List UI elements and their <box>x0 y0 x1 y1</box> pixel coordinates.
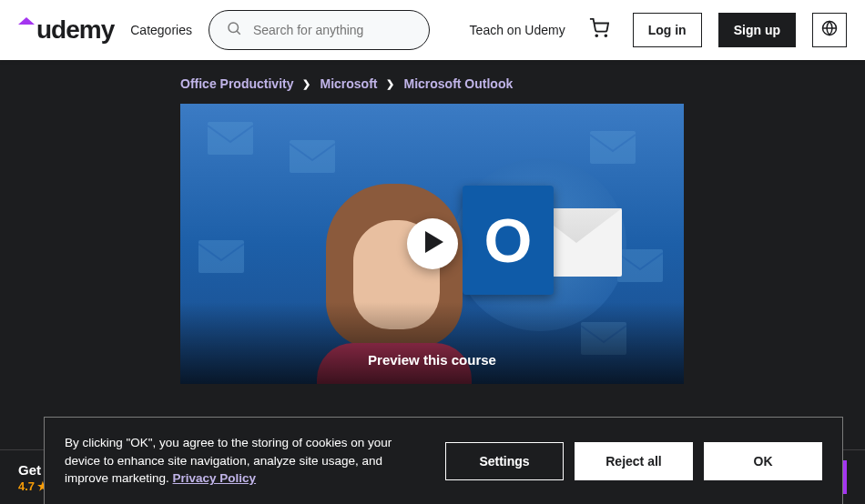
preview-label: Preview this course <box>180 352 684 368</box>
search-input[interactable] <box>253 23 412 37</box>
breadcrumb-item[interactable]: Microsoft Outlook <box>403 76 513 91</box>
svg-line-1 <box>237 31 240 35</box>
cookie-settings-button[interactable]: Settings <box>445 442 564 480</box>
breadcrumb: Office Productivity ❯ Microsoft ❯ Micros… <box>0 60 865 104</box>
logo-text: udemy <box>36 15 114 45</box>
signup-button[interactable]: Sign up <box>718 13 796 47</box>
cookie-consent-banner: By clicking "OK", you agree to the stori… <box>44 417 843 504</box>
svg-point-0 <box>229 23 239 33</box>
categories-link[interactable]: Categories <box>130 23 192 37</box>
language-button[interactable] <box>812 13 847 47</box>
course-preview-video[interactable]: O Preview this course <box>180 104 684 384</box>
chevron-right-icon: ❯ <box>302 78 310 90</box>
video-gradient-overlay <box>180 302 684 384</box>
cart-button[interactable] <box>582 13 616 47</box>
search-bar[interactable] <box>209 10 430 50</box>
svg-rect-9 <box>198 240 244 273</box>
svg-point-2 <box>595 35 597 36</box>
play-button[interactable] <box>407 218 458 269</box>
svg-rect-6 <box>208 122 253 155</box>
cookie-ok-button[interactable]: OK <box>704 442 822 480</box>
search-icon <box>226 20 242 40</box>
svg-rect-7 <box>290 140 335 173</box>
globe-icon <box>821 20 838 40</box>
privacy-policy-link[interactable]: Privacy Policy <box>173 471 257 485</box>
chevron-right-icon: ❯ <box>386 78 394 90</box>
header: udemy Categories Teach on Udemy Log in S… <box>0 0 865 60</box>
teach-link[interactable]: Teach on Udemy <box>470 23 565 37</box>
udemy-logo[interactable]: udemy <box>18 15 114 45</box>
play-icon <box>422 231 443 257</box>
cookie-reject-button[interactable]: Reject all <box>575 442 693 480</box>
cookie-text: By clicking "OK", you agree to the stori… <box>65 434 429 488</box>
cart-icon <box>589 18 609 42</box>
breadcrumb-item[interactable]: Office Productivity <box>180 76 293 91</box>
logo-caret-icon <box>18 17 35 25</box>
breadcrumb-item[interactable]: Microsoft <box>320 76 377 91</box>
login-button[interactable]: Log in <box>633 13 702 47</box>
svg-point-3 <box>605 35 606 36</box>
